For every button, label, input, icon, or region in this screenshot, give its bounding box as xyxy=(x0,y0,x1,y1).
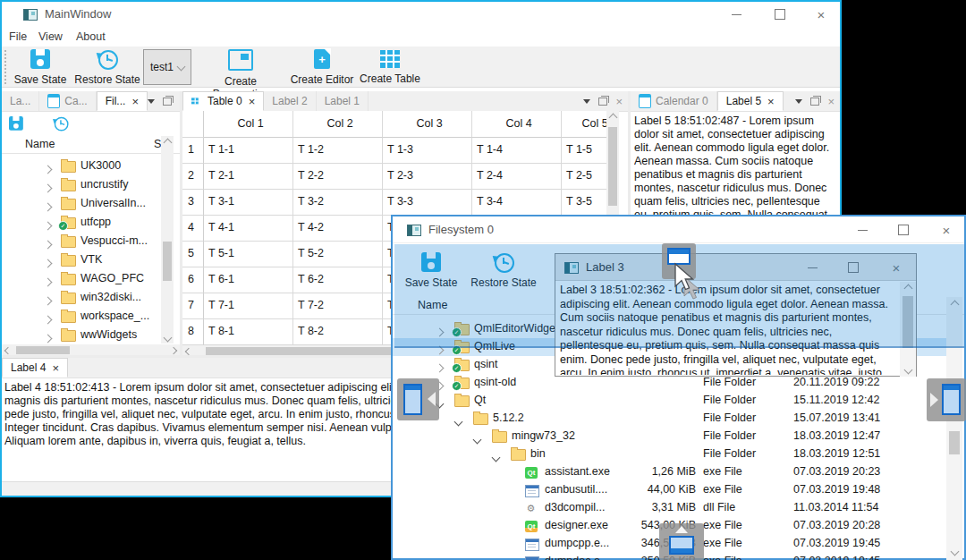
table-cell[interactable]: T 3-2 xyxy=(293,190,383,216)
row-header[interactable]: 5 xyxy=(182,242,204,267)
table-cell[interactable]: T 1-2 xyxy=(293,138,383,164)
expand-chevron-icon[interactable] xyxy=(45,238,51,250)
tab-label4[interactable]: Label 4× xyxy=(2,358,68,378)
table-cell[interactable]: T 2-4 xyxy=(472,164,562,190)
table-cell[interactable]: T 3-5 xyxy=(562,190,606,216)
maximize-button[interactable] xyxy=(767,4,793,24)
table-cell[interactable]: T 8-1 xyxy=(204,319,293,345)
table-cell[interactable]: T 3-4 xyxy=(472,190,562,216)
tab-close-icon[interactable]: × xyxy=(52,361,59,375)
fs-tree-item[interactable]: qsint-oldFile Folder20.11.2019 09:22 xyxy=(393,374,946,392)
tree-item[interactable]: workspace_... xyxy=(2,308,161,327)
expand-chevron-icon[interactable] xyxy=(45,313,51,326)
tree-header[interactable]: Name Si: xyxy=(2,136,180,154)
table-cell[interactable]: T 1-5 xyxy=(562,138,606,164)
column-header[interactable]: Col 3 xyxy=(383,111,472,138)
tab-close-icon[interactable]: × xyxy=(249,95,256,108)
tab-label1[interactable]: Label 1 xyxy=(317,91,369,111)
create-table-button[interactable]: Create Table xyxy=(358,49,422,85)
tab-label0[interactable]: La... xyxy=(2,91,39,111)
undock-icon[interactable] xyxy=(163,98,172,106)
table-cell[interactable]: T 4-2 xyxy=(293,216,383,242)
tree-item[interactable]: WAGO_PFC xyxy=(2,270,161,289)
minimize-button[interactable] xyxy=(849,220,876,240)
column-header[interactable]: Col 2 xyxy=(293,111,383,138)
table-cell[interactable]: T 5-1 xyxy=(204,242,293,267)
table-cell[interactable]: T 7-1 xyxy=(204,293,293,319)
tree-item[interactable]: win32diski... xyxy=(2,289,161,308)
tree-item[interactable]: Vespucci-m... xyxy=(2,233,161,251)
table-cell[interactable]: T 3-1 xyxy=(204,190,293,216)
expand-chevron-icon[interactable] xyxy=(493,451,499,463)
fs-tree-item[interactable]: mingw73_32File Folder18.03.2019 12:47 xyxy=(393,428,946,445)
column-header[interactable]: Col 1 xyxy=(204,111,293,138)
close-button[interactable]: × xyxy=(808,4,835,24)
fs-tree-item[interactable]: canbusutil....44,00 KiBexe File07.03.201… xyxy=(393,481,946,499)
expand-chevron-icon[interactable] xyxy=(45,332,51,344)
fs-titlebar[interactable]: Filesystem 0 × xyxy=(393,216,964,243)
table-cell[interactable]: T 2-1 xyxy=(204,164,293,190)
table-cell[interactable]: T 2-2 xyxy=(293,164,383,190)
tab-menu-icon[interactable] xyxy=(148,99,155,104)
drop-indicator-left[interactable] xyxy=(397,378,439,420)
row-header[interactable]: 7 xyxy=(182,293,204,319)
save-state-button[interactable]: Save State xyxy=(11,49,70,86)
tree-item[interactable]: UniversalIn... xyxy=(2,195,161,214)
menu-file[interactable]: File xyxy=(9,30,27,43)
fs-tree-item[interactable]: QtFile Folder15.11.2019 12:42 xyxy=(393,392,946,410)
dock-close-icon[interactable]: × xyxy=(827,96,835,107)
expand-chevron-icon[interactable] xyxy=(45,294,51,307)
tab-label5[interactable]: Label 5× xyxy=(717,91,784,111)
expand-chevron-icon[interactable] xyxy=(474,433,480,445)
undock-icon[interactable] xyxy=(598,98,607,106)
create-editor-button[interactable]: Create Editor xyxy=(288,49,356,86)
toolbar-handle[interactable] xyxy=(4,50,7,84)
perspective-combo[interactable]: test1 xyxy=(143,49,191,85)
undock-icon[interactable] xyxy=(810,98,819,106)
tree-item[interactable]: UK3000 xyxy=(2,157,161,176)
table-cell[interactable]: T 6-2 xyxy=(293,267,383,293)
menu-about[interactable]: About xyxy=(76,30,106,43)
drop-indicator-right[interactable] xyxy=(927,378,966,421)
table-cell[interactable]: T 2-3 xyxy=(383,164,472,190)
fs-tree-item[interactable]: binFile Folder18.03.2019 12:51 xyxy=(393,445,946,463)
row-header[interactable]: 4 xyxy=(182,216,204,242)
tab-label2[interactable]: Label 2 xyxy=(264,91,316,111)
drop-indicator-bottom[interactable] xyxy=(659,523,704,560)
maximize-button[interactable] xyxy=(890,220,917,240)
tree-item[interactable]: utfcpp xyxy=(2,214,161,233)
table-cell[interactable]: T 5-2 xyxy=(293,242,383,267)
column-header[interactable]: Col 5 xyxy=(562,111,606,138)
expand-chevron-icon[interactable] xyxy=(45,200,51,213)
table-cell[interactable]: T 2-5 xyxy=(562,164,606,190)
expand-chevron-icon[interactable] xyxy=(45,182,51,194)
restore-state-button[interactable]: Restore State xyxy=(73,49,141,86)
expand-chevron-icon[interactable] xyxy=(45,163,51,175)
fs-tree-item[interactable]: ⚙d3dcompil...3,31 MiBdll File11.03.2014 … xyxy=(393,499,946,517)
row-header[interactable]: 2 xyxy=(182,164,204,190)
tab-menu-icon[interactable] xyxy=(583,99,590,104)
fs-tree-item[interactable]: Qtassistant.exe1,26 MiBexe File07.03.201… xyxy=(393,463,946,481)
table-cell[interactable]: T 8-2 xyxy=(293,319,383,345)
tab-close-icon[interactable]: × xyxy=(131,95,139,108)
table-cell[interactable]: T 1-3 xyxy=(383,138,472,164)
table-cell[interactable]: T 7-2 xyxy=(293,293,383,319)
column-header[interactable]: Col 4 xyxy=(472,111,562,138)
table-cell[interactable]: T 1-4 xyxy=(472,138,562,164)
tree-item[interactable]: VTK xyxy=(2,251,161,270)
tree-item[interactable]: uncrustify xyxy=(2,176,161,195)
tab-table0[interactable]: Table 0 × xyxy=(182,91,264,111)
expand-chevron-icon[interactable] xyxy=(45,257,51,269)
menu-view[interactable]: View xyxy=(38,30,63,43)
row-header[interactable]: 6 xyxy=(182,267,204,293)
save-icon[interactable] xyxy=(9,116,23,131)
fs-tree-item[interactable]: 5.12.2File Folder15.07.2019 13:41 xyxy=(393,410,946,428)
tab-calendar0[interactable]: Calendar 0 xyxy=(631,91,717,111)
expand-chevron-icon[interactable] xyxy=(436,361,443,374)
expand-chevron-icon[interactable] xyxy=(455,415,462,428)
row-header[interactable]: 1 xyxy=(182,138,204,164)
main-titlebar[interactable]: MainWindow × xyxy=(2,2,840,27)
restore-icon[interactable] xyxy=(54,116,68,131)
dock-close-icon[interactable]: × xyxy=(615,96,623,107)
table-cell[interactable]: T 3-3 xyxy=(383,190,472,216)
